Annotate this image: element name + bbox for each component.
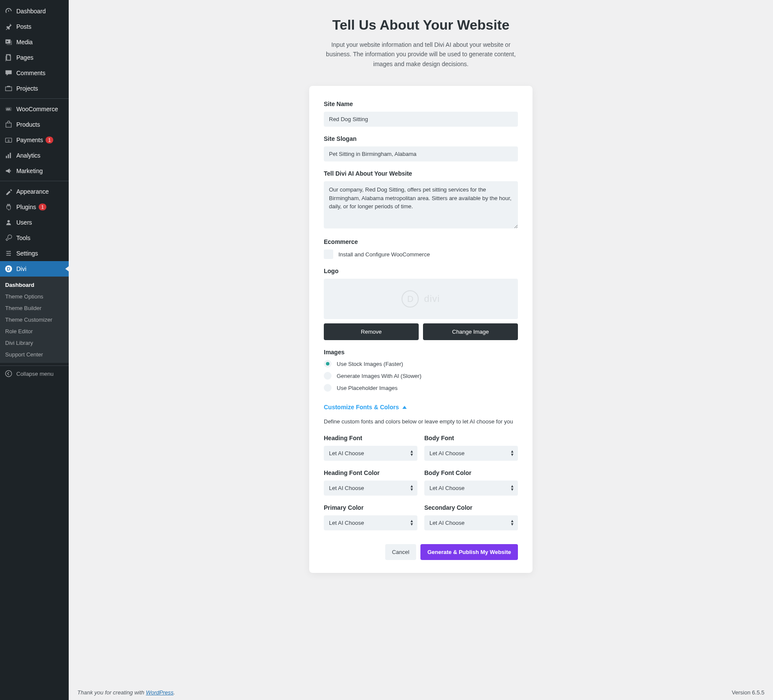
- images-label: Images: [324, 349, 518, 356]
- sidebar-item-label: Pages: [16, 54, 33, 61]
- heading-font-color-select[interactable]: Let AI Choose: [324, 481, 417, 496]
- submenu-item-support-center[interactable]: Support Center: [0, 349, 69, 360]
- image-option-radio-2[interactable]: [324, 384, 332, 392]
- sidebar-item-projects[interactable]: Projects: [0, 81, 69, 96]
- users-icon: [4, 218, 13, 227]
- ecommerce-label: Ecommerce: [324, 238, 518, 245]
- sidebar-item-label: WooCommerce: [16, 106, 58, 113]
- submenu-item-dashboard[interactable]: Dashboard: [0, 279, 69, 291]
- sidebar-item-payments[interactable]: $Payments1: [0, 132, 69, 148]
- page-subtitle: Input your website information and tell …: [318, 40, 524, 69]
- secondary-color-select[interactable]: Let AI Choose: [424, 515, 518, 530]
- sidebar-item-comments[interactable]: Comments: [0, 65, 69, 81]
- woocommerce-checkbox[interactable]: [324, 250, 333, 259]
- select-label: Primary Color: [324, 504, 417, 511]
- sidebar-item-label: Payments: [16, 137, 43, 143]
- logo-label: Logo: [324, 268, 518, 274]
- sidebar-item-label: Products: [16, 121, 40, 128]
- collapse-menu[interactable]: Collapse menu: [0, 365, 69, 381]
- sidebar-item-label: Divi: [16, 265, 26, 272]
- active-arrow-icon: [65, 266, 69, 271]
- dashboard-icon: [4, 7, 13, 15]
- sidebar-item-woocommerce[interactable]: WooCommerce: [0, 101, 69, 117]
- body-font-color-select[interactable]: Let AI Choose: [424, 481, 518, 496]
- sidebar-item-label: Projects: [16, 85, 38, 92]
- wordpress-link[interactable]: WordPress: [146, 689, 173, 696]
- sidebar-item-products[interactable]: Products: [0, 117, 69, 132]
- logo-preview: D divi: [324, 279, 518, 319]
- portfolio-icon: [4, 84, 13, 93]
- svg-rect-2: [6, 123, 12, 127]
- media-icon: [4, 38, 13, 46]
- sidebar-item-posts[interactable]: Posts: [0, 19, 69, 34]
- svg-rect-6: [8, 154, 9, 158]
- footer-thanks: Thank you for creating with: [77, 689, 146, 696]
- payments-icon: $: [4, 136, 13, 144]
- about-textarea[interactable]: Our company, Red Dog Sitting, offers pet…: [324, 181, 518, 228]
- svg-point-8: [7, 220, 9, 222]
- image-option-radio-0[interactable]: [324, 360, 332, 368]
- sidebar-item-divi[interactable]: DDivi: [0, 261, 69, 277]
- submenu-item-divi-library[interactable]: Divi Library: [0, 337, 69, 349]
- submenu-item-role-editor[interactable]: Role Editor: [0, 326, 69, 337]
- generate-publish-button[interactable]: Generate & Publish My Website: [420, 544, 518, 560]
- site-name-label: Site Name: [324, 100, 518, 107]
- sidebar-item-plugins[interactable]: Plugins1: [0, 199, 69, 215]
- main-content: Tell Us About Your Website Input your we…: [69, 0, 773, 700]
- update-badge: 1: [46, 137, 53, 143]
- submenu-item-theme-builder[interactable]: Theme Builder: [0, 302, 69, 314]
- sidebar-item-appearance[interactable]: Appearance: [0, 184, 69, 199]
- sidebar-item-label: Settings: [16, 250, 38, 257]
- sidebar-item-label: Comments: [16, 70, 46, 76]
- svg-rect-5: [6, 156, 7, 158]
- appearance-icon: [4, 187, 13, 196]
- woocommerce-checkbox-label: Install and Configure WooCommerce: [338, 251, 430, 258]
- wp-version: Version 6.5.5: [732, 689, 764, 696]
- pin-icon: [4, 22, 13, 31]
- submenu-item-theme-options[interactable]: Theme Options: [0, 291, 69, 302]
- comment-icon: [4, 69, 13, 77]
- svg-text:$: $: [8, 139, 10, 143]
- marketing-icon: [4, 167, 13, 175]
- sidebar-item-media[interactable]: Media: [0, 34, 69, 50]
- sidebar-item-label: Tools: [16, 234, 30, 241]
- about-label: Tell Divi AI About Your Website: [324, 170, 518, 177]
- admin-sidebar: DashboardPostsMediaPagesCommentsProjects…: [0, 0, 69, 700]
- submenu-item-theme-customizer[interactable]: Theme Customizer: [0, 314, 69, 326]
- sidebar-item-label: Media: [16, 39, 33, 46]
- svg-point-12: [6, 371, 12, 377]
- select-label: Body Font Color: [424, 469, 518, 476]
- sidebar-item-dashboard[interactable]: Dashboard: [0, 3, 69, 19]
- customize-help-text: Define custom fonts and colors below or …: [324, 417, 518, 426]
- select-label: Heading Font: [324, 435, 417, 441]
- site-slogan-label: Site Slogan: [324, 135, 518, 142]
- page-title: Tell Us About Your Website: [271, 17, 571, 33]
- remove-logo-button[interactable]: Remove: [324, 323, 419, 340]
- chevron-up-icon: [402, 406, 407, 409]
- sidebar-item-users[interactable]: Users: [0, 215, 69, 230]
- sidebar-item-pages[interactable]: Pages: [0, 50, 69, 65]
- primary-color-select[interactable]: Let AI Choose: [324, 515, 417, 530]
- plugins-icon: [4, 203, 13, 211]
- sidebar-item-settings[interactable]: Settings: [0, 246, 69, 261]
- analytics-icon: [4, 151, 13, 160]
- site-name-input[interactable]: [324, 112, 518, 127]
- svg-point-11: [9, 255, 11, 256]
- svg-rect-7: [10, 153, 11, 158]
- woo-icon: [4, 105, 13, 113]
- heading-font-select[interactable]: Let AI Choose: [324, 446, 417, 461]
- settings-icon: [4, 249, 13, 258]
- select-label: Heading Font Color: [324, 469, 417, 476]
- sidebar-item-label: Users: [16, 219, 32, 226]
- site-slogan-input[interactable]: [324, 146, 518, 161]
- body-font-select[interactable]: Let AI Choose: [424, 446, 518, 461]
- image-option-radio-1[interactable]: [324, 372, 332, 380]
- sidebar-item-tools[interactable]: Tools: [0, 230, 69, 246]
- change-image-button[interactable]: Change Image: [423, 323, 518, 340]
- sidebar-item-analytics[interactable]: Analytics: [0, 148, 69, 163]
- cancel-button[interactable]: Cancel: [385, 544, 416, 560]
- sidebar-item-marketing[interactable]: Marketing: [0, 163, 69, 179]
- customize-fonts-colors-toggle[interactable]: Customize Fonts & Colors: [324, 404, 407, 411]
- update-badge: 1: [39, 204, 46, 210]
- image-option-label: Generate Images With AI (Slower): [337, 373, 421, 379]
